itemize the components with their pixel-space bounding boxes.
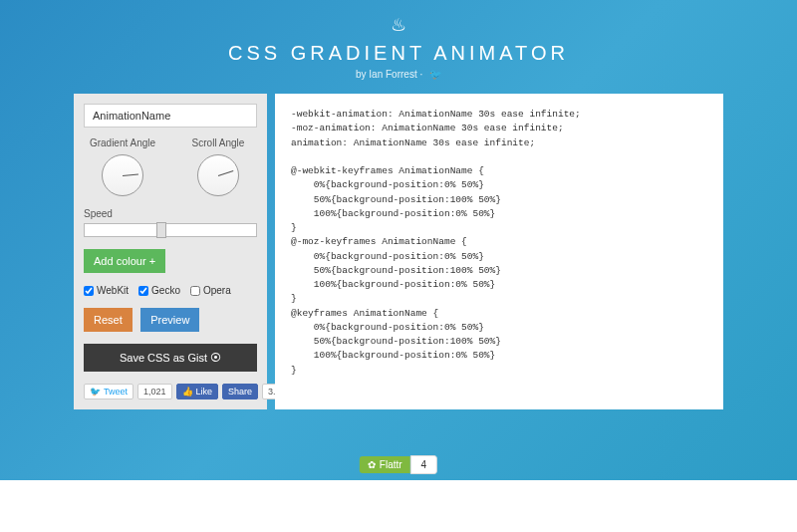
github-icon: ⦿ <box>210 352 221 364</box>
gecko-checkbox-label[interactable]: Gecko <box>138 285 180 296</box>
flame-icon: ♨ <box>391 15 406 35</box>
gradient-angle-dial[interactable] <box>102 154 143 196</box>
logo: ♨ <box>0 0 797 36</box>
webkit-checkbox[interactable] <box>84 286 94 296</box>
controls-panel: Gradient Angle Scroll Angle Speed Add co… <box>74 94 267 409</box>
byline-text: by Ian Forrest · <box>356 69 422 80</box>
page-title: CSS GRADIENT ANIMATOR <box>0 42 797 65</box>
fb-like-button[interactable]: 👍 Like <box>176 384 219 399</box>
animation-name-input[interactable] <box>84 104 257 128</box>
opera-checkbox[interactable] <box>190 286 200 296</box>
speed-slider[interactable] <box>84 223 257 237</box>
add-colour-button[interactable]: Add colour + <box>84 249 165 273</box>
css-output[interactable]: -webkit-animation: AnimationName 30s eas… <box>275 94 723 409</box>
speed-label: Speed <box>84 208 257 219</box>
save-gist-button[interactable]: Save CSS as Gist ⦿ <box>84 344 257 372</box>
preview-button[interactable]: Preview <box>140 308 199 332</box>
byline: by Ian Forrest · 🐦 <box>0 69 797 80</box>
twitter-icon[interactable]: 🐦 <box>429 69 441 80</box>
flattr-widget[interactable]: ✿Flattr 4 <box>360 455 437 474</box>
webkit-checkbox-label[interactable]: WebKit <box>84 285 129 296</box>
scroll-angle-label: Scroll Angle <box>179 137 257 148</box>
tweet-button[interactable]: 🐦 Tweet <box>84 384 133 399</box>
fb-share-button[interactable]: Share <box>222 384 258 399</box>
speed-slider-thumb[interactable] <box>156 222 166 238</box>
reset-button[interactable]: Reset <box>84 308 133 332</box>
opera-checkbox-label[interactable]: Opera <box>190 285 231 296</box>
scroll-angle-dial[interactable] <box>197 154 239 196</box>
flattr-icon: ✿ <box>368 459 376 470</box>
flattr-count: 4 <box>410 455 438 474</box>
gradient-angle-label: Gradient Angle <box>84 137 161 148</box>
gecko-checkbox[interactable] <box>138 286 148 296</box>
flattr-label: Flattr <box>380 459 402 470</box>
tweet-count: 1,021 <box>137 384 172 399</box>
